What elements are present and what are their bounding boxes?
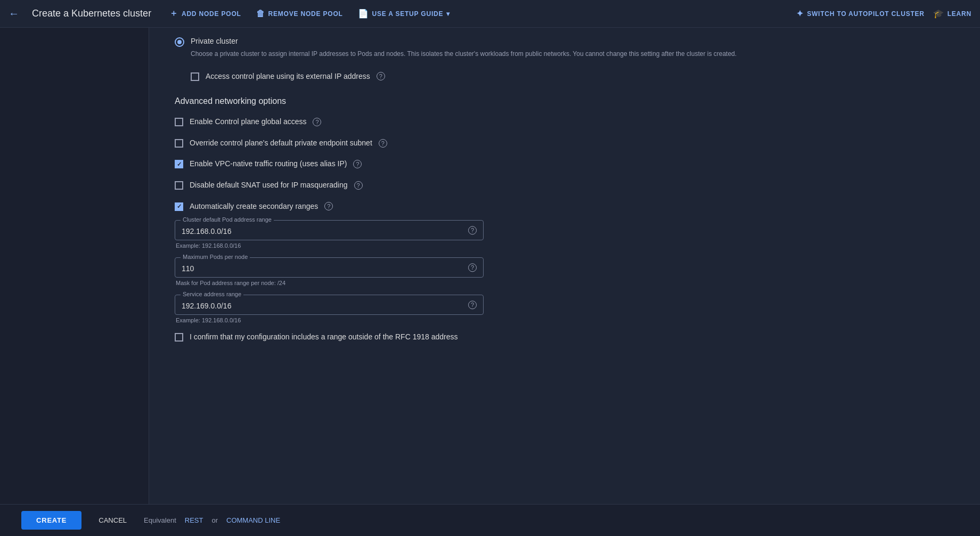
- vpc-native-option: Enable VPC-native traffic routing (uses …: [175, 159, 484, 169]
- vpc-native-label: Enable VPC-native traffic routing (uses …: [190, 159, 347, 169]
- cancel-button[interactable]: CANCEL: [90, 511, 135, 530]
- override-control-plane-checkbox[interactable]: [175, 139, 183, 148]
- override-control-plane-label: Override control plane's default private…: [190, 138, 372, 149]
- pod-address-range-help-icon[interactable]: ?: [468, 226, 477, 235]
- command-line-link[interactable]: COMMAND LINE: [226, 516, 280, 524]
- max-pods-hint: Mask for Pod address range per node: /24: [176, 280, 484, 286]
- vpc-native-help-icon[interactable]: ?: [353, 160, 362, 168]
- advanced-networking-section: Advanced networking options Enable Contr…: [175, 96, 484, 343]
- learn-button[interactable]: 🎓 LEARN: [933, 9, 971, 19]
- remove-node-pool-button[interactable]: 🗑 REMOVE NODE POOL: [251, 6, 348, 22]
- auto-secondary-checkbox[interactable]: [175, 202, 183, 211]
- back-button[interactable]: ←: [9, 7, 19, 20]
- bottom-bar: CREATE CANCEL Equivalent REST or COMMAND…: [0, 504, 980, 536]
- access-control-plane-checkbox[interactable]: [191, 72, 199, 81]
- service-address-range-wrapper: Service address range ?: [175, 295, 484, 315]
- switch-to-autopilot-label: SWITCH TO AUTOPILOT CLUSTER: [807, 10, 925, 18]
- chevron-down-icon: ▾: [446, 10, 450, 18]
- private-cluster-label: Private cluster: [191, 36, 737, 47]
- remove-node-pool-label: REMOVE NODE POOL: [268, 10, 343, 18]
- control-plane-global-label: Enable Control plane global access: [190, 117, 306, 127]
- pod-address-range-hint: Example: 192.168.0.0/16: [176, 242, 484, 249]
- max-pods-label: Maximum Pods per node: [181, 254, 250, 260]
- max-pods-help-icon[interactable]: ?: [468, 264, 477, 272]
- doc-icon: 📄: [358, 9, 369, 19]
- max-pods-container: Maximum Pods per node ? Mask for Pod add…: [175, 257, 484, 286]
- sidebar: [0, 28, 149, 504]
- max-pods-input[interactable]: [182, 264, 462, 273]
- override-control-plane-help-icon[interactable]: ?: [379, 139, 387, 148]
- equivalent-text: Equivalent: [144, 516, 176, 524]
- header-right: ✦ SWITCH TO AUTOPILOT CLUSTER 🎓 LEARN: [796, 9, 971, 19]
- add-icon: ＋: [169, 8, 178, 19]
- rfc-confirm-label: I confirm that my configuration includes…: [190, 332, 458, 343]
- learn-label: LEARN: [948, 10, 971, 18]
- auto-secondary-help-icon[interactable]: ?: [324, 202, 333, 210]
- trash-icon: 🗑: [256, 9, 265, 19]
- control-plane-global-option: Enable Control plane global access ?: [175, 117, 484, 127]
- disable-snat-option: Disable default SNAT used for IP masquer…: [175, 180, 484, 191]
- pod-address-range-wrapper: Cluster default Pod address range ?: [175, 220, 484, 240]
- service-address-range-hint: Example: 192.168.0.0/16: [176, 317, 484, 323]
- add-node-pool-label: ADD NODE POOL: [182, 10, 241, 18]
- access-control-plane-label: Access control plane using its external …: [206, 71, 370, 82]
- private-cluster-option: Private cluster Choose a private cluster…: [175, 36, 954, 59]
- private-cluster-description: Choose a private cluster to assign inter…: [191, 49, 737, 59]
- rfc-confirm-option: I confirm that my configuration includes…: [175, 332, 484, 343]
- private-cluster-radio[interactable]: [175, 37, 184, 47]
- pod-address-range-container: Cluster default Pod address range ? Exam…: [175, 220, 484, 249]
- disable-snat-help-icon[interactable]: ?: [354, 181, 363, 190]
- or-text: or: [211, 516, 218, 524]
- header: ← Create a Kubernetes cluster ＋ ADD NODE…: [0, 0, 980, 28]
- access-control-plane-help-icon[interactable]: ?: [377, 72, 385, 80]
- pod-address-range-label: Cluster default Pod address range: [181, 216, 274, 223]
- header-actions: ＋ ADD NODE POOL 🗑 REMOVE NODE POOL 📄 USE…: [164, 5, 783, 22]
- max-pods-wrapper: Maximum Pods per node ?: [175, 257, 484, 278]
- access-control-plane-option: Access control plane using its external …: [191, 71, 954, 82]
- vpc-native-checkbox[interactable]: [175, 160, 183, 168]
- service-address-range-label: Service address range: [181, 291, 243, 297]
- add-node-pool-button[interactable]: ＋ ADD NODE POOL: [164, 5, 247, 22]
- create-button[interactable]: CREATE: [21, 511, 81, 530]
- override-control-plane-option: Override control plane's default private…: [175, 138, 484, 149]
- pod-address-range-input[interactable]: [182, 227, 462, 235]
- rest-link[interactable]: REST: [185, 516, 203, 524]
- use-setup-guide-button[interactable]: 📄 USE A SETUP GUIDE ▾: [353, 5, 455, 22]
- autopilot-icon: ✦: [796, 9, 804, 19]
- learn-icon: 🎓: [933, 9, 944, 19]
- use-setup-guide-label: USE A SETUP GUIDE: [372, 10, 443, 18]
- rfc-confirm-checkbox[interactable]: [175, 333, 183, 342]
- switch-to-autopilot-button[interactable]: ✦ SWITCH TO AUTOPILOT CLUSTER: [796, 9, 925, 19]
- control-plane-global-help-icon[interactable]: ?: [313, 118, 321, 126]
- service-address-range-help-icon[interactable]: ?: [468, 301, 477, 310]
- service-address-range-input[interactable]: [182, 302, 462, 310]
- back-icon: ←: [9, 7, 19, 20]
- disable-snat-checkbox[interactable]: [175, 181, 183, 190]
- advanced-networking-heading: Advanced networking options: [175, 96, 484, 106]
- auto-secondary-option: Automatically create secondary ranges ?: [175, 201, 484, 212]
- page-title: Create a Kubernetes cluster: [32, 8, 151, 19]
- disable-snat-label: Disable default SNAT used for IP masquer…: [190, 180, 348, 191]
- form-area: Private cluster Choose a private cluster…: [149, 28, 980, 504]
- service-address-range-container: Service address range ? Example: 192.168…: [175, 295, 484, 323]
- auto-secondary-label: Automatically create secondary ranges: [190, 201, 318, 212]
- page-body: Private cluster Choose a private cluster…: [0, 28, 980, 504]
- control-plane-global-checkbox[interactable]: [175, 118, 183, 126]
